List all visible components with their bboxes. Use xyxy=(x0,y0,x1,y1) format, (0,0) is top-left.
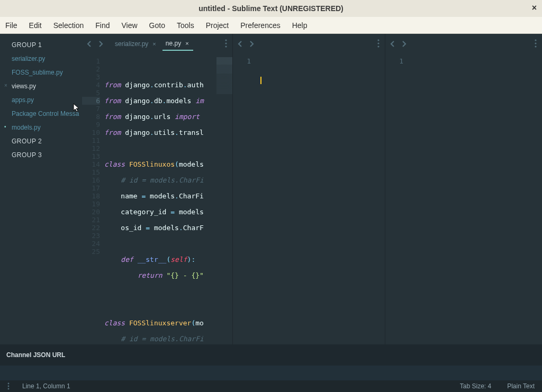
code-area[interactable] xyxy=(255,54,385,344)
status-tabsize[interactable]: Tab Size: 4 xyxy=(460,382,491,390)
chevron-left-icon[interactable] xyxy=(237,40,243,48)
channel-input-area[interactable] xyxy=(0,366,542,380)
sidebar-file-apps[interactable]: apps.py xyxy=(0,93,82,107)
status-syntax[interactable]: Plain Text xyxy=(507,382,535,390)
status-menu-icon[interactable] xyxy=(7,382,10,390)
sidebar-file-views[interactable]: ×views.py xyxy=(0,79,82,93)
editor-pane-1[interactable]: 1234567891011121314151617181920212223242… xyxy=(82,54,232,344)
group-3-header[interactable]: GROUP 3 xyxy=(0,148,82,162)
minimap[interactable] xyxy=(216,57,232,94)
menu-edit[interactable]: Edit xyxy=(29,21,42,30)
menu-help[interactable]: Help xyxy=(292,21,308,30)
editor-pane-2[interactable]: 1 xyxy=(233,54,385,344)
statusbar: Line 1, Column 1 Tab Size: 4 Plain Text xyxy=(0,380,542,392)
svg-point-0 xyxy=(225,39,227,41)
channel-bar: Channel JSON URL xyxy=(0,344,542,366)
code-area[interactable] xyxy=(408,54,542,344)
sidebar-file-models[interactable]: •models.py xyxy=(0,121,82,134)
chevron-left-icon[interactable] xyxy=(390,40,396,48)
svg-point-3 xyxy=(377,39,379,41)
tabbar-pane-1: serializer.py× ne.py× xyxy=(82,34,232,54)
menu-find[interactable]: Find xyxy=(95,21,110,30)
pane-2: 1 xyxy=(233,34,385,344)
tabbar-pane-2 xyxy=(233,34,385,54)
titlebar: untitled - Sublime Text (UNREGISTERED) × xyxy=(0,0,542,17)
svg-point-1 xyxy=(225,42,227,44)
tab-overflow-icon[interactable] xyxy=(535,39,537,48)
menu-selection[interactable]: Selection xyxy=(53,21,84,30)
menu-goto[interactable]: Goto xyxy=(149,21,165,30)
menu-project[interactable]: Project xyxy=(206,21,229,30)
gutter: 1 xyxy=(233,54,255,344)
close-tab-icon[interactable]: × xyxy=(184,40,189,47)
svg-point-8 xyxy=(535,45,536,47)
channel-label: Channel JSON URL xyxy=(6,351,65,359)
gutter: 1234567891011121314151617181920212223242… xyxy=(82,54,104,344)
code-area[interactable]: from django.contrib.auth from django.db.… xyxy=(104,54,232,344)
workspace: GROUP 1 serializer.py FOSS_sublime.py ×v… xyxy=(0,34,542,344)
menubar: File Edit Selection Find View Goto Tools… xyxy=(0,17,542,34)
close-icon[interactable]: × xyxy=(532,3,537,13)
pane-3: 1 xyxy=(385,34,542,344)
svg-point-10 xyxy=(8,386,10,387)
close-file-icon[interactable]: × xyxy=(4,83,7,88)
svg-point-9 xyxy=(8,383,10,385)
svg-point-4 xyxy=(377,42,379,44)
window-title: untitled - Sublime Text (UNREGISTERED) xyxy=(198,4,344,13)
menu-view[interactable]: View xyxy=(122,21,138,30)
sidebar-file-pkg-control[interactable]: Package Control Messa xyxy=(0,107,82,121)
tab-overflow-icon[interactable] xyxy=(377,39,380,48)
gutter: 1 xyxy=(385,54,408,344)
dirty-file-icon: • xyxy=(4,124,6,130)
editor-pane-3[interactable]: 1 xyxy=(385,54,542,344)
close-tab-icon[interactable]: × xyxy=(151,41,157,47)
pane-1: serializer.py× ne.py× 123456789101112131… xyxy=(82,34,233,344)
tab-serializer[interactable]: serializer.py× xyxy=(112,38,160,50)
svg-point-6 xyxy=(535,39,536,41)
status-position[interactable]: Line 1, Column 1 xyxy=(22,382,70,390)
group-2-header[interactable]: GROUP 2 xyxy=(0,134,82,148)
chevron-right-icon[interactable] xyxy=(401,40,408,48)
menu-preferences[interactable]: Preferences xyxy=(240,21,280,30)
group-1-header[interactable]: GROUP 1 xyxy=(0,38,82,52)
sidebar: GROUP 1 serializer.py FOSS_sublime.py ×v… xyxy=(0,34,82,344)
sidebar-file-serializer[interactable]: serializer.py xyxy=(0,52,82,66)
tab-overflow-icon[interactable] xyxy=(225,39,227,48)
chevron-right-icon[interactable] xyxy=(98,40,104,48)
chevron-left-icon[interactable] xyxy=(86,40,93,48)
tabbar-pane-3 xyxy=(385,34,542,54)
svg-point-2 xyxy=(225,45,227,47)
sidebar-file-foss-sublime[interactable]: FOSS_sublime.py xyxy=(0,66,82,79)
menu-file[interactable]: File xyxy=(5,21,17,30)
chevron-right-icon[interactable] xyxy=(249,40,255,48)
svg-point-7 xyxy=(535,42,536,44)
svg-point-11 xyxy=(8,388,10,390)
svg-point-5 xyxy=(377,45,379,47)
tab-active[interactable]: ne.py× xyxy=(162,37,193,51)
menu-tools[interactable]: Tools xyxy=(177,21,194,30)
caret xyxy=(260,77,261,84)
